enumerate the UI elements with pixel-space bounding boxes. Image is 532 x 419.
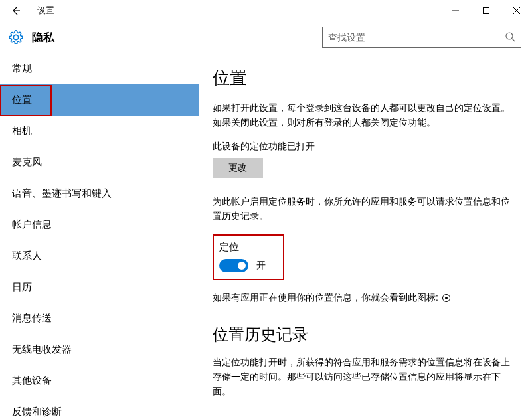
toggle-knob <box>238 262 246 270</box>
account-note: 为此帐户启用定位服务时，你所允许的应用和服务可以请求位置信息和位置历史记录。 <box>213 194 512 224</box>
sidebar-item[interactable]: 其他设备 <box>0 365 199 396</box>
location-toggle[interactable] <box>219 259 248 272</box>
settings-gear-icon <box>0 30 32 44</box>
page-title: 隐私 <box>32 30 322 45</box>
sidebar: 常规位置相机麦克风语音、墨迹书写和键入帐户信息联系人日历消息传送无线电收发器其他… <box>0 53 199 419</box>
sidebar-item[interactable]: 消息传送 <box>0 303 199 334</box>
sidebar-item[interactable]: 位置 <box>0 84 199 116</box>
toggle-state: 开 <box>256 260 266 272</box>
sidebar-item-label: 帐户信息 <box>12 218 52 231</box>
change-button[interactable]: 更改 <box>213 158 263 178</box>
intro-text: 如果打开此设置，每个登录到这台设备的人都可以更改自己的定位设置。如果关闭此设置，… <box>213 100 512 130</box>
content-pane: 位置 如果打开此设置，每个登录到这台设备的人都可以更改自己的定位设置。如果关闭此… <box>199 53 532 419</box>
svg-point-5 <box>506 33 513 39</box>
sidebar-item-label: 其他设备 <box>12 375 52 387</box>
sidebar-item-label: 位置 <box>12 94 32 106</box>
sidebar-item[interactable]: 帐户信息 <box>0 209 199 240</box>
sidebar-item[interactable]: 语音、墨迹书写和键入 <box>0 178 199 209</box>
sidebar-item-label: 日历 <box>12 281 32 293</box>
close-button[interactable] <box>501 0 532 21</box>
history-body: 当定位功能打开时，所获得的符合应用和服务需求的位置信息将在设备上存储一定的时间。… <box>213 355 512 399</box>
sidebar-item[interactable]: 相机 <box>0 116 199 147</box>
svg-line-6 <box>512 39 515 41</box>
maximize-button[interactable] <box>471 0 501 21</box>
sidebar-item[interactable]: 麦克风 <box>0 147 199 178</box>
window-title: 设置 <box>32 5 440 17</box>
sidebar-item[interactable]: 联系人 <box>0 240 199 272</box>
sidebar-item[interactable]: 无线电收发器 <box>0 334 199 365</box>
sidebar-item-label: 语音、墨迹书写和键入 <box>12 187 112 200</box>
back-button[interactable] <box>0 0 32 21</box>
history-heading: 位置历史记录 <box>213 324 512 345</box>
device-status: 此设备的定位功能已打开 <box>213 141 512 153</box>
minimize-button[interactable] <box>440 0 471 21</box>
toggle-label: 定位 <box>219 241 266 254</box>
sidebar-item[interactable]: 日历 <box>0 272 199 303</box>
sidebar-item-label: 麦克风 <box>12 156 42 169</box>
sidebar-item-label: 消息传送 <box>12 312 52 325</box>
usage-note: 如果有应用正在使用你的位置信息，你就会看到此图标: <box>213 292 438 304</box>
sidebar-item-label: 相机 <box>12 125 32 137</box>
location-usage-icon <box>442 294 450 302</box>
search-icon <box>505 31 515 44</box>
content-heading: 位置 <box>213 66 512 90</box>
sidebar-item-label: 常规 <box>12 62 32 75</box>
search-box[interactable] <box>322 27 521 48</box>
sidebar-item-label: 联系人 <box>12 250 42 262</box>
search-input[interactable] <box>328 32 505 42</box>
sidebar-item-label: 反馈和诊断 <box>12 406 62 418</box>
sidebar-item-label: 无线电收发器 <box>12 343 72 356</box>
sidebar-item[interactable]: 反馈和诊断 <box>0 396 199 419</box>
location-toggle-group: 定位 开 <box>213 234 284 280</box>
sidebar-item[interactable]: 常规 <box>0 53 199 84</box>
svg-rect-2 <box>484 8 489 14</box>
